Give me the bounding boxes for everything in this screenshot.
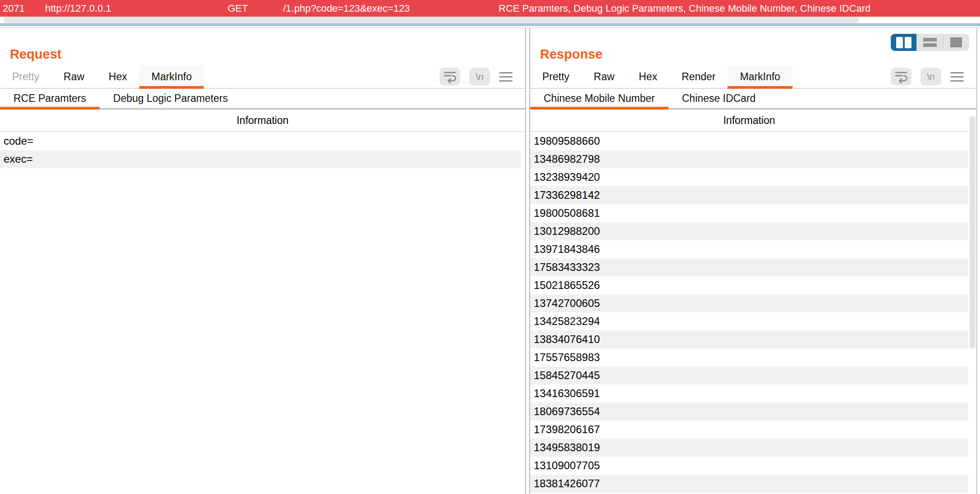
layout-toggle-group — [891, 34, 969, 51]
subtab-chinese-mobile-number[interactable]: Chinese Mobile Number — [530, 89, 669, 108]
response-panel: Response Pretty Raw Hex Render MarkInfo — [529, 28, 977, 494]
table-row[interactable]: 17557658983 — [530, 348, 968, 366]
single-layout-icon — [950, 37, 962, 47]
response-information-header: Information — [530, 110, 968, 132]
horizontal-scrollbar[interactable] — [0, 17, 980, 23]
proxy-history-row[interactable]: 2071 http://127.0.0.1 GET /1.php?code=12… — [0, 0, 980, 17]
response-tab-bar: Pretty Raw Hex Render MarkInfo \n — [530, 65, 976, 89]
word-wrap-icon[interactable] — [891, 68, 911, 86]
table-row[interactable]: 13742700605 — [530, 294, 968, 312]
vertical-scrollbar[interactable] — [969, 111, 976, 493]
tab-request-pretty[interactable]: Pretty — [0, 65, 51, 88]
word-wrap-icon[interactable] — [440, 68, 460, 86]
table-row[interactable]: 13971843846 — [530, 240, 968, 258]
response-editor-icons: \n — [891, 65, 964, 88]
rows-layout-icon — [923, 38, 937, 47]
layout-columns-button[interactable] — [891, 34, 916, 51]
table-row[interactable]: 17336298142 — [530, 186, 968, 204]
columns-layout-icon — [896, 37, 911, 48]
table-row[interactable]: 13238939420 — [530, 168, 968, 186]
table-row[interactable]: 13416306591 — [530, 384, 968, 403]
table-row[interactable]: 15021865526 — [530, 276, 968, 294]
table-row[interactable]: code= — [0, 132, 521, 150]
panel-divider[interactable] — [526, 28, 529, 494]
request-marks: RCE Paramters, Debug Logic Parameters, C… — [499, 0, 870, 17]
table-row[interactable]: 18069736554 — [530, 403, 968, 421]
table-row[interactable]: exec= — [0, 150, 521, 168]
tab-request-hex[interactable]: Hex — [96, 65, 139, 88]
request-information-table: code=exec= — [0, 132, 521, 168]
layout-single-button[interactable] — [943, 34, 969, 51]
tab-request-markinfo[interactable]: MarkInfo — [139, 65, 204, 88]
editor-area: Request Pretty Raw Hex MarkInfo \ — [0, 27, 980, 494]
table-row[interactable]: 13425823294 — [530, 312, 968, 330]
splitter-line — [0, 23, 980, 26]
menu-icon[interactable] — [950, 72, 964, 82]
tab-response-render[interactable]: Render — [669, 65, 728, 88]
table-row[interactable]: 19809588660 — [530, 132, 968, 150]
newline-icon[interactable]: \n — [920, 68, 941, 86]
table-row[interactable]: 13109007705 — [530, 457, 968, 475]
table-row[interactable]: 15845270445 — [530, 366, 968, 384]
request-editor-icons: \n — [440, 65, 513, 88]
request-id: 2071 — [3, 0, 25, 17]
response-information-table: 1980958866013486982798132389394201733629… — [530, 132, 968, 493]
tab-request-raw[interactable]: Raw — [51, 65, 96, 88]
subtab-chinese-idcard[interactable]: Chinese IDCard — [669, 89, 769, 108]
markinfo-screen: 2071 http://127.0.0.1 GET /1.php?code=12… — [0, 0, 980, 494]
menu-icon[interactable] — [499, 72, 513, 82]
table-row[interactable]: 13495838019 — [530, 439, 968, 457]
layout-rows-button[interactable] — [916, 34, 943, 51]
subtab-debug-logic-parameters[interactable]: Debug Logic Parameters — [100, 89, 241, 108]
request-mark-tabs: RCE Paramters Debug Logic Parameters — [0, 89, 525, 110]
request-method: GET — [228, 0, 248, 17]
tab-response-pretty[interactable]: Pretty — [530, 65, 582, 88]
table-row[interactable]: 18381426077 — [530, 475, 968, 493]
request-tab-bar: Pretty Raw Hex MarkInfo \n — [0, 65, 525, 89]
tab-response-raw[interactable]: Raw — [582, 65, 627, 88]
request-path: /1.php?code=123&exec=123 — [283, 0, 410, 17]
subtab-rce-paramters[interactable]: RCE Paramters — [0, 89, 100, 108]
table-row[interactable]: 13012988200 — [530, 222, 968, 240]
response-mark-tabs: Chinese Mobile Number Chinese IDCard — [530, 89, 976, 110]
tab-response-hex[interactable]: Hex — [627, 65, 669, 88]
table-row[interactable]: 13486982798 — [530, 150, 968, 168]
horizontal-scrollbar-thumb[interactable] — [4, 17, 859, 23]
vertical-scrollbar-thumb[interactable] — [970, 116, 975, 348]
request-url: http://127.0.0.1 — [45, 0, 111, 17]
tab-response-markinfo[interactable]: MarkInfo — [728, 65, 792, 88]
request-panel-title: Request — [0, 28, 525, 65]
table-row[interactable]: 13834076410 — [530, 330, 968, 348]
request-panel: Request Pretty Raw Hex MarkInfo \ — [0, 28, 526, 494]
table-row[interactable]: 17398206167 — [530, 421, 968, 439]
table-row[interactable]: 17583433323 — [530, 258, 968, 276]
newline-icon[interactable]: \n — [469, 68, 490, 86]
table-row[interactable]: 19800508681 — [530, 204, 968, 222]
request-information-header: Information — [0, 110, 525, 132]
